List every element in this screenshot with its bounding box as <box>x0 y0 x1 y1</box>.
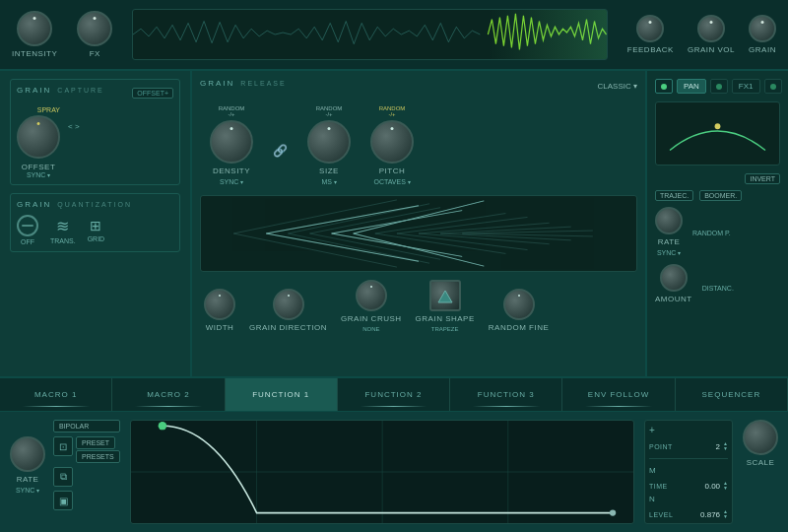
width-group: WIDTH <box>204 289 235 332</box>
width-knob[interactable] <box>204 289 235 320</box>
tab-fx1[interactable]: FX1 <box>732 79 760 94</box>
random-fine-knob[interactable] <box>503 289 535 320</box>
rate-bottom-label: RATE <box>17 475 39 484</box>
quant-trans-icon[interactable]: ≋ <box>56 217 69 235</box>
function3-line <box>473 406 540 407</box>
grain-shape-trapeze[interactable]: TRAPEZE <box>431 326 459 332</box>
env-follow-tab[interactable]: ENV FOLLOW <box>562 378 675 411</box>
rate-bottom-sync[interactable]: SYNC <box>16 487 39 494</box>
macro-bar: MACRO 1 MACRO 2 FUNCTION 1 FUNCTION 2 FU… <box>0 376 788 412</box>
pitch-knob[interactable] <box>370 120 414 164</box>
svg-line-12 <box>397 217 528 233</box>
size-knob[interactable] <box>307 120 351 164</box>
svg-marker-28 <box>438 291 452 302</box>
rate-knob[interactable] <box>655 207 683 234</box>
sequencer-tab[interactable]: SEQUENCER <box>676 378 788 411</box>
distance-label: DISTANC. <box>702 285 734 303</box>
time-stepper[interactable]: ▲ ▼ <box>723 481 728 491</box>
amount-knob-group: AMOUNT <box>655 264 692 303</box>
power-btn[interactable] <box>655 79 673 94</box>
left-panel: GRAIN CAPTURE OFFSET+ SPRAY OF <box>0 71 192 376</box>
envelope-display[interactable] <box>130 420 634 524</box>
power-btn-3[interactable] <box>764 79 782 94</box>
grain-crush-none[interactable]: NONE <box>362 326 379 332</box>
bottom-left: RATE SYNC BIPOLAR ⊡ PRESET PRESETS ⧉ ▣ <box>10 420 120 524</box>
scale-knob[interactable] <box>743 420 778 455</box>
boomerang-badge[interactable]: BOOMER. <box>699 190 742 201</box>
size-ms[interactable]: MS <box>321 178 336 185</box>
rate-sync-label[interactable]: SYNC <box>657 249 681 256</box>
trajectory-badge[interactable]: TRAJEC. <box>655 190 693 201</box>
preset-btn[interactable]: PRESET <box>76 436 115 449</box>
amount-knob[interactable] <box>660 264 688 292</box>
tab-pan[interactable]: PAN <box>677 79 706 94</box>
grain-dir-knob[interactable] <box>273 289 304 320</box>
density-group: RANDOM -/+ DENSITY SYNC <box>210 105 253 185</box>
offset-label: OFFSET <box>22 163 56 171</box>
amount-label: AMOUNT <box>655 295 692 303</box>
point-panel: + POINT 2 ▲ ▼ M TIME 0.00 ▲ ▼ <box>644 420 733 524</box>
density-random-label: RANDOM -/+ <box>219 105 245 117</box>
power-btn-2[interactable] <box>710 79 728 94</box>
icon-btn-3[interactable]: ▣ <box>53 491 73 510</box>
macro1-tab[interactable]: MACRO 1 <box>0 378 112 411</box>
fx-knob[interactable] <box>77 11 112 46</box>
waveform-display <box>132 9 608 60</box>
bipolar-badge[interactable]: BIPOLAR <box>53 420 120 432</box>
size-label: SIZE <box>319 166 339 175</box>
quant-grid-icon[interactable]: ⊞ <box>90 218 101 233</box>
power-dot-3 <box>770 84 776 90</box>
svg-line-4 <box>310 208 441 233</box>
classic-mode-badge[interactable]: CLASSIC <box>598 82 637 91</box>
grain-extra-knob[interactable] <box>749 15 776 42</box>
random-fine-group: RANDOM FINE <box>489 289 550 332</box>
arrows-label: < > <box>68 122 80 131</box>
time-value: 0.00 ▲ ▼ <box>704 481 728 491</box>
offset-knob[interactable] <box>17 115 60 159</box>
quant-trans-label: TRANS. <box>50 237 76 244</box>
level-stepper[interactable]: ▲ ▼ <box>723 509 728 519</box>
rate-bottom-knob[interactable] <box>10 436 45 472</box>
rate-knob-group: RATE SYNC <box>655 207 683 256</box>
grain-dir-label: GRAIN DIRECTION <box>249 323 327 332</box>
function1-tab[interactable]: FUNCTION 1 <box>226 378 338 411</box>
svg-point-29 <box>715 123 721 129</box>
intensity-knob[interactable] <box>17 11 52 46</box>
pitch-label: PITCH <box>379 166 406 175</box>
grain-crush-knob[interactable] <box>356 280 387 311</box>
function3-tab[interactable]: FUNCTION 3 <box>450 378 562 411</box>
feedback-knob[interactable] <box>636 15 664 42</box>
offset-badge[interactable]: OFFSET+ <box>132 88 173 99</box>
scale-knob-container: SCALE <box>743 420 778 524</box>
icon-btn-1[interactable]: ⊡ <box>53 436 73 456</box>
intensity-label: INTENSITY <box>12 49 57 58</box>
presets-btn[interactable]: PRESETS <box>76 450 120 463</box>
icon-btn-2[interactable]: ⧉ <box>53 467 73 487</box>
rate-bottom-group: RATE SYNC <box>10 436 45 494</box>
invert-badge[interactable]: INVERT <box>745 173 780 184</box>
density-sync[interactable]: SYNC <box>220 178 243 185</box>
add-point-icon[interactable]: + <box>649 425 655 435</box>
grain-shape-display[interactable] <box>429 280 461 311</box>
envelope-svg <box>131 421 633 523</box>
offset-sync[interactable]: SYNC <box>27 171 50 178</box>
pitch-octaves[interactable]: OCTAVES <box>373 178 410 185</box>
quant-off-btn[interactable] <box>17 215 38 236</box>
density-knob[interactable] <box>210 120 253 164</box>
stepper-down[interactable]: ▼ <box>723 446 728 451</box>
quant-grid-label: GRID <box>88 235 105 242</box>
svg-line-23 <box>266 233 419 261</box>
m-label: M <box>649 466 728 475</box>
function2-tab[interactable]: FUNCTION 2 <box>338 378 450 411</box>
grain-dir-group: GRAIN DIRECTION <box>249 289 327 332</box>
intensity-knob-container: INTENSITY <box>12 11 57 58</box>
grain-capture-section: GRAIN CAPTURE OFFSET+ SPRAY OF <box>10 79 180 185</box>
macro2-tab[interactable]: MACRO 2 <box>112 378 225 411</box>
grain-vol-knob[interactable] <box>697 15 725 42</box>
size-group: RANDOM -/+ SIZE MS <box>307 105 351 185</box>
point-stepper[interactable]: ▲ ▼ <box>723 441 728 451</box>
grain-visualization <box>200 195 637 272</box>
link-icon[interactable]: 🔗 <box>273 144 288 158</box>
svg-line-22 <box>266 206 419 233</box>
size-random-label: RANDOM -/+ <box>316 105 343 117</box>
